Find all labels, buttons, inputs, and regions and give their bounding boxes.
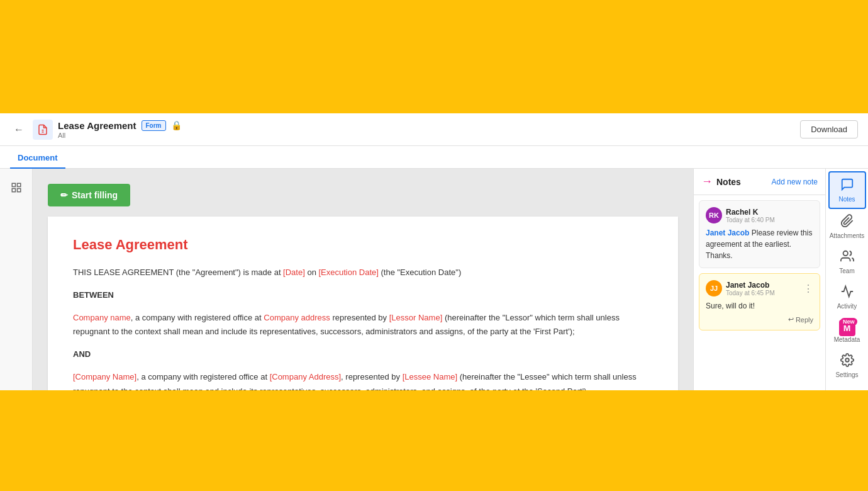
right-sidebar: Notes Attachments xyxy=(825,169,868,390)
svg-rect-3 xyxy=(17,183,20,186)
sidebar-item-attachments[interactable]: Attachments xyxy=(828,209,866,244)
paragraph-3: [Company Name], a company with registere… xyxy=(73,370,653,390)
doc-title: Lease Agreement xyxy=(58,120,136,131)
form-badge: Form xyxy=(142,120,166,131)
doc-area: ✏ Start filling Lease Agreement THIS LEA… xyxy=(33,169,693,390)
sidebar-item-metadata[interactable]: M New Metadata xyxy=(828,315,866,348)
paragraph-1: THIS LEASE AGREEMENT (the "Agreement") i… xyxy=(73,266,653,279)
note-text-1: Janet Jacob Please review this agreement… xyxy=(706,227,813,261)
arrow-indicator: → xyxy=(701,175,713,188)
note-card-2: JJ Janet Jacob Today at 6:45 PM ⋮ Sure, … xyxy=(699,273,820,330)
notes-panel: → Notes Add new note RK Rachel K Today a… xyxy=(693,169,825,390)
pencil-icon: ✏ xyxy=(60,190,68,200)
paragraph-2: Company name, a company with registered … xyxy=(73,311,653,339)
svg-point-6 xyxy=(843,251,847,256)
download-button[interactable]: Download xyxy=(800,120,858,138)
avatar-rk: RK xyxy=(706,207,722,223)
start-filling-button[interactable]: ✏ Start filling xyxy=(48,184,130,206)
note-meta-2: Janet Jacob Today at 6:45 PM xyxy=(726,281,775,296)
svg-rect-2 xyxy=(12,183,15,186)
sidebar-item-notes[interactable]: Notes xyxy=(828,171,866,209)
new-badge: New xyxy=(840,318,857,325)
pages-icon-btn[interactable] xyxy=(5,176,28,199)
attachments-icon xyxy=(840,214,854,231)
note-card-1: RK Rachel K Today at 6:40 PM Janet Jacob… xyxy=(699,200,820,268)
svg-point-7 xyxy=(845,358,849,362)
team-icon xyxy=(840,249,854,266)
note-actions-2: ↩ Reply xyxy=(706,315,813,324)
doc-icon xyxy=(33,120,53,140)
activity-icon xyxy=(840,285,854,302)
tab-document[interactable]: Document xyxy=(10,148,65,169)
sidebar-team-label: Team xyxy=(839,268,854,274)
notes-list: RK Rachel K Today at 6:40 PM Janet Jacob… xyxy=(694,195,825,390)
sidebar-activity-label: Activity xyxy=(837,303,857,310)
breadcrumb: All xyxy=(58,132,800,139)
left-sidebar xyxy=(0,169,33,390)
svg-rect-4 xyxy=(12,189,15,192)
note-meta-1: Rachel K Today at 6:40 PM xyxy=(726,208,775,223)
svg-rect-5 xyxy=(17,189,20,192)
note-text-2: Sure, will do it! xyxy=(706,300,813,312)
sidebar-item-team[interactable]: Team xyxy=(828,244,866,279)
settings-icon xyxy=(840,353,854,370)
sidebar-item-activity[interactable]: Activity xyxy=(828,279,866,315)
reply-button[interactable]: ↩ Reply xyxy=(788,315,813,324)
header-title-area: Lease Agreement Form 🔒 All xyxy=(58,120,800,139)
sidebar-attachments-label: Attachments xyxy=(830,232,865,239)
notes-panel-title: Notes xyxy=(716,177,741,187)
notes-header: → Notes Add new note xyxy=(694,169,825,195)
notes-icon xyxy=(840,178,854,195)
sidebar-item-settings[interactable]: Settings xyxy=(828,348,866,383)
avatar-jj: JJ xyxy=(706,280,722,296)
between-label: BETWEEN xyxy=(73,288,653,302)
metadata-icon-wrapper: M New xyxy=(839,320,855,336)
note-more-icon[interactable]: ⋮ xyxy=(803,283,813,295)
add-note-button[interactable]: Add new note xyxy=(772,178,818,186)
doc-heading: Lease Agreement xyxy=(73,237,653,253)
tabs-bar: Document xyxy=(0,146,868,169)
sidebar-notes-label: Notes xyxy=(838,196,855,203)
lock-icon: 🔒 xyxy=(171,120,182,130)
document-paper: Lease Agreement THIS LEASE AGREEMENT (th… xyxy=(48,217,678,390)
and-label: AND xyxy=(73,347,653,361)
sidebar-metadata-label: Metadata xyxy=(834,336,860,343)
sidebar-settings-label: Settings xyxy=(835,371,858,378)
back-button[interactable]: ← xyxy=(10,121,28,138)
